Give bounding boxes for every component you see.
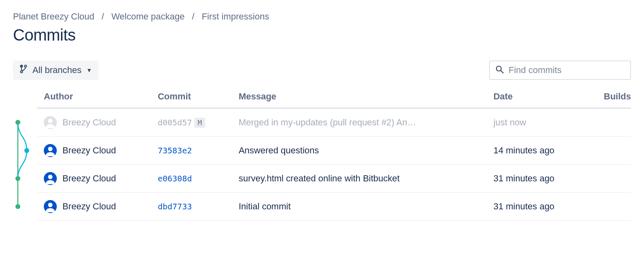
svg-point-9 bbox=[15, 204, 20, 209]
avatar bbox=[44, 200, 57, 213]
table-row: Breezy Clouddbd7733Initial commit31 minu… bbox=[37, 193, 631, 221]
col-date: Date bbox=[487, 91, 586, 108]
svg-point-17 bbox=[48, 203, 53, 207]
author-name: Breezy Cloud bbox=[62, 201, 116, 212]
branch-select[interactable]: All branches ▼ bbox=[13, 60, 99, 80]
commit-hash-link[interactable]: dbd7733 bbox=[158, 202, 192, 211]
svg-point-7 bbox=[24, 148, 29, 153]
commit-message[interactable]: Merged in my-updates (pull request #2) A… bbox=[232, 108, 487, 137]
search-icon bbox=[496, 65, 504, 75]
svg-point-3 bbox=[496, 66, 501, 71]
page-title: Commits bbox=[13, 26, 631, 44]
table-row: Breezy Cloud73583e2Answered questions14 … bbox=[37, 137, 631, 165]
avatar bbox=[44, 172, 57, 185]
breadcrumb-link[interactable]: First impressions bbox=[202, 11, 269, 22]
breadcrumb-sep: / bbox=[102, 11, 104, 22]
chevron-down-icon: ▼ bbox=[86, 67, 92, 73]
commit-date: 31 minutes ago bbox=[487, 193, 586, 221]
svg-point-6 bbox=[15, 120, 20, 125]
avatar bbox=[44, 144, 57, 157]
svg-point-13 bbox=[48, 147, 53, 151]
breadcrumb-link[interactable]: Planet Breezy Cloud bbox=[13, 11, 94, 22]
svg-point-8 bbox=[15, 176, 20, 181]
svg-line-4 bbox=[501, 71, 503, 73]
col-commit: Commit bbox=[151, 91, 232, 108]
toolbar: All branches ▼ bbox=[13, 60, 631, 80]
commit-date: just now bbox=[487, 108, 586, 137]
commit-builds bbox=[586, 108, 631, 137]
svg-point-0 bbox=[21, 65, 23, 67]
commit-builds bbox=[586, 137, 631, 165]
table-row: Breezy Cloudd005d57MMerged in my-updates… bbox=[37, 108, 631, 137]
breadcrumb: Planet Breezy Cloud / Welcome package / … bbox=[13, 11, 631, 22]
branch-icon bbox=[19, 65, 28, 76]
merge-badge: M bbox=[194, 118, 205, 128]
commit-message[interactable]: Answered questions bbox=[232, 137, 487, 165]
col-builds: Builds bbox=[586, 91, 631, 108]
breadcrumb-link[interactable]: Welcome package bbox=[112, 11, 185, 22]
commit-message[interactable]: Initial commit bbox=[232, 193, 487, 221]
search-commits[interactable] bbox=[489, 60, 631, 80]
commit-hash-link[interactable]: 73583e2 bbox=[158, 146, 192, 155]
svg-point-15 bbox=[48, 175, 53, 179]
breadcrumb-sep: / bbox=[192, 11, 194, 22]
commit-builds bbox=[586, 193, 631, 221]
commit-builds bbox=[586, 165, 631, 193]
author-name: Breezy Cloud bbox=[62, 145, 116, 156]
commit-hash-link[interactable]: d005d57 bbox=[158, 118, 192, 127]
commit-date: 14 minutes ago bbox=[487, 137, 586, 165]
commit-message[interactable]: survey.html created online with Bitbucke… bbox=[232, 165, 487, 193]
col-author: Author bbox=[37, 91, 151, 108]
branch-select-label: All branches bbox=[32, 65, 82, 75]
col-message: Message bbox=[232, 91, 487, 108]
avatar bbox=[44, 116, 57, 129]
search-input[interactable] bbox=[508, 65, 625, 76]
table-row: Breezy Cloude06308dsurvey.html created o… bbox=[37, 165, 631, 193]
commit-date: 31 minutes ago bbox=[487, 165, 586, 193]
svg-point-1 bbox=[25, 65, 27, 67]
author-name: Breezy Cloud bbox=[62, 173, 116, 184]
commit-hash-link[interactable]: e06308d bbox=[158, 174, 192, 183]
author-name: Breezy Cloud bbox=[62, 117, 116, 128]
svg-point-11 bbox=[48, 119, 53, 123]
commits-table: Author Commit Message Date Builds Breezy… bbox=[37, 91, 631, 221]
